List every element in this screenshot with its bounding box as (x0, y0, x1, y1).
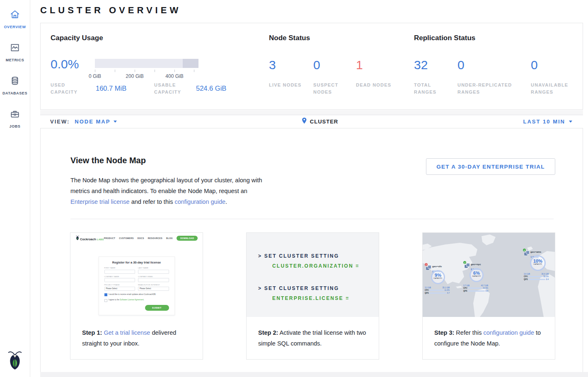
unavailable-ranges-value: 0 (531, 58, 585, 72)
total-ranges-value: 32 (414, 58, 457, 72)
description-line: metrics and health indicators. To enable… (70, 186, 262, 196)
sql-command-line: > SET CLUSTER SETTING (258, 283, 379, 293)
suspect-nodes-label: SUSPECT NODES (313, 82, 351, 96)
minisite-logo-suffix: LABS (97, 238, 104, 241)
step-number: Step 1: (82, 329, 102, 336)
step-number: Step 3: (434, 329, 454, 336)
minisite-checkbox-label: I would like to receive email updates ab… (109, 293, 156, 295)
gauge-tick-label: 400 GiB (165, 73, 183, 79)
sql-command-line: > SET CLUSTER SETTING (258, 251, 379, 261)
check-icon: ✓ (523, 249, 526, 251)
step-number: Step 2: (258, 329, 278, 336)
locality-stats: 3.7 GiB43.7 GiB CPU42.5% QPS8.8 (463, 284, 488, 292)
minisite-select: Please Select (104, 287, 136, 291)
capacity-label: CAPACITY (432, 278, 444, 279)
node-map-panel: View the Node Map The Node Map shows the… (40, 128, 583, 372)
total-ranges-stat: 32 TOTAL RANGES (414, 58, 457, 96)
usable-capacity-label: USABLE CAPACITY (154, 82, 191, 96)
step1-caption: Step 1: Get a trial license delivered st… (70, 317, 203, 349)
step3-card: ! geo=sfo2 Nodes 9% CAPACITY 3.2 GiB35.1… (422, 232, 555, 360)
cockroach-logo (7, 350, 22, 372)
sidebar-item-label: DATABASES (2, 91, 27, 95)
locality-name: geo=nyc (471, 263, 481, 266)
view-label: VIEW: (50, 118, 70, 125)
sidebar-item-databases[interactable]: DATABASES (0, 69, 30, 102)
dead-nodes-stat: 1 DEAD NODES (356, 58, 406, 96)
minisite-field-label: FIRST NAME (104, 267, 136, 269)
live-nodes-label: LIVE NODES (269, 82, 306, 89)
suspect-nodes-stat: 0 SUSPECT NODES (313, 58, 356, 96)
view-selector[interactable]: NODE MAP (75, 118, 117, 125)
capacity-percent: 9% (432, 273, 444, 278)
gauge-tick (115, 70, 115, 72)
view-bar: VIEW: NODE MAP CLUSTER LAST 10 MIN (40, 115, 583, 128)
sidebar-item-label: METRICS (6, 58, 24, 62)
node-status-title: Node Status (269, 34, 310, 42)
minisite-form-title: Register for a 30-day trial license (104, 261, 169, 264)
sql-command-line: CLUSTER.ORGANIZATION = (258, 261, 379, 271)
used-capacity-value: 160.7 MiB (96, 85, 126, 92)
sidebar-item-overview[interactable]: OVERVIEW (0, 2, 30, 36)
gauge-tick (155, 70, 155, 72)
used-capacity-percent: 0.0% (51, 57, 79, 71)
cluster-breadcrumb[interactable]: CLUSTER (302, 117, 338, 126)
under-replicated-ranges-label: UNDER-REPLICATED RANGES (457, 82, 524, 96)
used-capacity-label: USED CAPACITY (51, 82, 84, 96)
description-line: Enterprise trial license and refer to th… (70, 196, 262, 207)
divider (70, 219, 554, 219)
step2-card: > SET CLUSTER SETTING CLUSTER.ORGANIZATI… (246, 232, 379, 360)
capacity-percent: 10% (531, 259, 544, 263)
locality-nyc: ✓ geo=nyc2 Nodes 6% CAPACITY 3.7 GiB43.7… (463, 261, 488, 269)
minisite-nav-item: CUSTOMERS (119, 237, 133, 239)
caret-down-icon (569, 121, 572, 123)
minisite-field-label: COMPANY NAME (104, 276, 136, 278)
configuration-guide-link[interactable]: configuration guide (174, 198, 225, 205)
step3-map-preview: ! geo=sfo2 Nodes 9% CAPACITY 3.2 GiB35.1… (423, 233, 555, 317)
cluster-summary-panel: Capacity Usage 0.0% 0 GiB 200 GiB 400 Gi… (40, 23, 583, 110)
time-range-selector[interactable]: LAST 10 MIN (523, 118, 583, 125)
caret-down-icon (114, 121, 117, 123)
minisite-field-label: LAST NAME (138, 267, 169, 269)
gauge-tick-label: 200 GiB (126, 73, 143, 79)
enterprise-trial-button[interactable]: GET A 30-DAY ENTERPRISE TRIAL (426, 158, 555, 175)
check-icon: ✓ (463, 261, 466, 264)
minisite-text-input (104, 278, 136, 282)
sql-command-line: ENTERPRISE.LICENSE = (258, 293, 379, 303)
description-text: and refer to this (130, 198, 175, 205)
step3-caption: Step 3: Refer this configuration guide t… (423, 317, 555, 349)
minisite-text-input (138, 278, 169, 282)
sidebar-item-label: JOBS (10, 124, 21, 128)
minisite-license-link: Software License Agreement (120, 299, 144, 301)
page-bottom-strip (40, 372, 588, 377)
minisite-logo-text: Cockroach (80, 237, 96, 241)
description-text: . (225, 198, 227, 205)
enterprise-trial-license-link[interactable]: Enterprise trial license (70, 198, 130, 205)
dead-nodes-value: 1 (356, 58, 406, 72)
step1-card: Cockroach LABS PRODUCT CUSTOMERS DOCS RE… (70, 232, 203, 360)
home-icon (10, 9, 20, 22)
sidebar-item-label: OVERVIEW (4, 25, 26, 29)
minisite-nav: PRODUCT CUSTOMERS DOCS RESOURCES BLOG DO… (104, 236, 198, 241)
gauge-tick (174, 70, 175, 72)
minisite-header: Cockroach LABS PRODUCT CUSTOMERS DOCS RE… (70, 233, 203, 244)
node-map-title: View the Node Map (70, 156, 146, 165)
metrics-icon (10, 42, 20, 55)
under-replicated-ranges-stat: 0 UNDER-REPLICATED RANGES (457, 58, 531, 96)
step2-code-block: > SET CLUSTER SETTING CLUSTER.ORGANIZATI… (247, 233, 379, 317)
jobs-icon (10, 109, 20, 121)
get-trial-license-link[interactable]: Get a trial license (104, 329, 150, 336)
step-text: Refer this (454, 329, 483, 336)
minisite-field-label: REASON FOR INTEREST (138, 284, 169, 286)
description-line: The Node Map shows the geographical layo… (70, 175, 262, 186)
suspect-nodes-value: 0 (313, 58, 356, 72)
node-map-description: The Node Map shows the geographical layo… (70, 175, 262, 207)
sidebar-item-jobs[interactable]: JOBS (0, 102, 30, 135)
dead-nodes-label: DEAD NODES (356, 82, 393, 89)
capacity-gauge (95, 59, 198, 68)
minisite-nav-item: BLOG (166, 237, 173, 239)
configuration-guide-link[interactable]: configuration guide (483, 329, 534, 336)
sidebar-item-metrics[interactable]: METRICS (0, 36, 30, 69)
gauge-tick (194, 70, 194, 72)
minisite-text-input (138, 270, 169, 274)
capacity-label: CAPACITY (471, 276, 482, 277)
